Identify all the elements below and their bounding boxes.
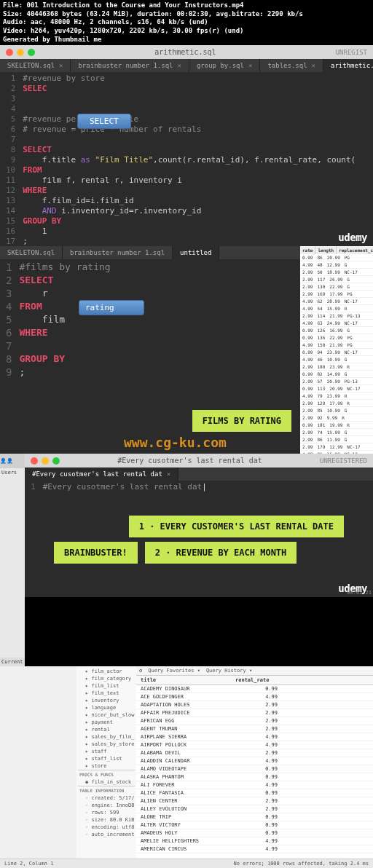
- table-row[interactable]: 4.997923.99R: [300, 392, 373, 400]
- table-row[interactable]: 4.996228.99NC-17: [300, 298, 373, 305]
- tree-item[interactable]: ▸ film_actor: [78, 668, 135, 675]
- table-row[interactable]: ALAMO VIDEOTAPE0.99: [136, 765, 373, 773]
- table-row[interactable]: 2.9916917.99PG: [300, 291, 373, 298]
- table-row[interactable]: 4.9915021.99PG: [300, 342, 373, 349]
- tab-skeleton[interactable]: SKELETON.sql×: [0, 59, 71, 72]
- table-row[interactable]: 0.9913622.99PG: [300, 334, 373, 342]
- table-row[interactable]: ACADEMY DINOSAUR0.99: [136, 685, 373, 693]
- info-item: ◦ size: 80.0 KiB: [78, 816, 135, 824]
- table-row[interactable]: AMADEUS HOLY0.99: [136, 829, 373, 837]
- table-row[interactable]: 2.998510.99G: [300, 407, 373, 414]
- table-row[interactable]: 2.99929.99R: [300, 414, 373, 422]
- table-row[interactable]: 0.9911320.99NC-17: [300, 385, 373, 392]
- code-body[interactable]: #films by rating SELECT r FROM film WHER…: [16, 259, 300, 380]
- close-icon[interactable]: ×: [312, 62, 315, 69]
- autocomplete-popup[interactable]: rating: [79, 300, 144, 315]
- table-row[interactable]: ACE GOLDFINGER4.99: [136, 693, 373, 701]
- table-row[interactable]: AIRPLANE SIERRA4.99: [136, 733, 373, 741]
- table-row[interactable]: AGENT TRUMAN2.99: [136, 725, 373, 733]
- table-row[interactable]: ALIEN CENTER2.99: [136, 797, 373, 805]
- table-row[interactable]: 2.9913022.99G: [300, 283, 373, 291]
- table-row[interactable]: 2.995018.99NC-17: [300, 269, 373, 276]
- table-row[interactable]: 2.9918023.99R: [300, 363, 373, 371]
- query-favorites-menu[interactable]: Query Favorites ▾: [148, 668, 200, 674]
- tree-item[interactable]: ▸ inventory: [78, 697, 135, 704]
- table-row[interactable]: 0.998214.99G: [300, 371, 373, 378]
- tab-tables[interactable]: tables.sql×: [260, 59, 323, 72]
- table-row[interactable]: AFFAIR PREJUDICE2.99: [136, 709, 373, 717]
- tree-item[interactable]: ◉ film_in_stock: [78, 778, 135, 786]
- tab-untitled[interactable]: untitled: [173, 246, 219, 259]
- window-titlebar: arithmetic.sql UNREGIST: [0, 45, 373, 59]
- table-row[interactable]: 2.997415.99G: [300, 429, 373, 436]
- table-row[interactable]: ALASKA PHANTOM0.99: [136, 773, 373, 781]
- table-row[interactable]: 0.9912616.99G: [300, 327, 373, 334]
- table-row[interactable]: ALONE TRIP0.99: [136, 813, 373, 821]
- procs-section: PROCS & FUNCS: [78, 770, 135, 778]
- table-row[interactable]: ALTER VICTORY0.99: [136, 821, 373, 829]
- result-table[interactable]: rate length replacement_cost rating 0.99…: [300, 246, 373, 454]
- tab-current[interactable]: #Every cusotmer's last rental dat×: [25, 467, 178, 481]
- table-row[interactable]: 2.9911421.99PG-13: [300, 312, 373, 320]
- tree-item[interactable]: ▸ staff: [78, 748, 135, 755]
- table-row[interactable]: 4.994610.99G: [300, 356, 373, 363]
- autocomplete-popup[interactable]: SELECT: [77, 114, 131, 129]
- close-icon[interactable]: [31, 457, 38, 465]
- table-row[interactable]: AMERICAN CIRCUS4.99: [136, 845, 373, 853]
- table-row[interactable]: ADAPTATION HOLES2.99: [136, 701, 373, 709]
- tree-item[interactable]: ▸ payment: [78, 719, 135, 726]
- tree-item[interactable]: ▸ film_list: [78, 682, 135, 690]
- tab-skeleton[interactable]: SKELETON.sql: [0, 246, 63, 259]
- table-row[interactable]: ALICE FANTASIA0.99: [136, 789, 373, 797]
- code-editor[interactable]: 123456789 #films by rating SELECT r FROM…: [0, 259, 300, 380]
- tab-groupby[interactable]: group by.sql×: [189, 59, 260, 72]
- tree-item[interactable]: ▸ store: [78, 762, 135, 770]
- tree-item[interactable]: ▸ nicer_but_slower_film_list: [78, 711, 135, 719]
- table-row[interactable]: ALI FOREVER4.99: [136, 781, 373, 789]
- close-icon[interactable]: ×: [248, 62, 252, 69]
- tree-item[interactable]: ▸ sales_by_film_category: [78, 733, 135, 741]
- zoom-icon[interactable]: [52, 457, 60, 465]
- table-row[interactable]: 4.994812.99G: [300, 261, 373, 269]
- tree-item[interactable]: ▸ film_category: [78, 675, 135, 682]
- watermark: www.cg-ku.com: [124, 435, 227, 450]
- close-icon[interactable]: ×: [178, 62, 181, 69]
- table-row[interactable]: AIRPORT POLLOCK4.99: [136, 741, 373, 749]
- table-row[interactable]: 2.9912917.99R: [300, 400, 373, 407]
- tab-brainbuster[interactable]: brainbuster number 1.sql: [63, 246, 173, 259]
- table-row[interactable]: ALLEY EVOLUTION2.99: [136, 805, 373, 813]
- gear-icon[interactable]: ⚙: [139, 668, 142, 674]
- table-row[interactable]: 4.995415.99R: [300, 305, 373, 312]
- tree-item[interactable]: ▸ staff_list: [78, 755, 135, 762]
- table-row[interactable]: AFRICAN EGG2.99: [136, 717, 373, 725]
- table-row[interactable]: ALABAMA DEVIL2.99: [136, 749, 373, 757]
- table-row[interactable]: AMELIE HELLFIGHTERS4.99: [136, 837, 373, 845]
- tree-item[interactable]: ▸ film_text: [78, 690, 135, 697]
- tab-arithmetic[interactable]: arithmetic.sql×: [323, 59, 373, 72]
- table-row[interactable]: 0.998620.99PG: [300, 254, 373, 261]
- table-row[interactable]: ALADDIN CALENDAR4.99: [136, 757, 373, 765]
- close-icon[interactable]: ×: [59, 62, 63, 69]
- timestamp: 00:02:21: [347, 590, 372, 596]
- table-row[interactable]: 2.9911726.99G: [300, 276, 373, 283]
- window-titlebar: #Every cusotmer's last rental dat UNREGI…: [25, 454, 373, 467]
- close-icon[interactable]: [6, 49, 13, 56]
- table-row[interactable]: 2.995720.99PG-13: [300, 378, 373, 385]
- zoom-icon[interactable]: [28, 49, 35, 56]
- table-row[interactable]: 2.998611.99G: [300, 436, 373, 443]
- table-tree[interactable]: ▸ film_actor▸ film_category▸ film_list▸ …: [76, 666, 136, 859]
- sidebar-sliver: 👤👤 Users Current: [0, 454, 25, 666]
- table-row[interactable]: 4.996324.99NC-17: [300, 320, 373, 327]
- tree-item[interactable]: ▸ language: [78, 704, 135, 711]
- table-row[interactable]: 0.999423.99NC-17: [300, 349, 373, 356]
- minimize-icon[interactable]: [42, 457, 49, 465]
- close-icon[interactable]: ×: [167, 470, 170, 478]
- minimize-icon[interactable]: [17, 49, 24, 56]
- query-result-table[interactable]: ⚙ Query Favorites ▾ Query History ▾ titl…: [136, 666, 373, 859]
- tab-brainbuster[interactable]: brainbuster number 1.sql×: [71, 59, 189, 72]
- tree-item[interactable]: ▸ rental: [78, 726, 135, 733]
- query-history-menu[interactable]: Query History ▾: [206, 668, 252, 674]
- table-row[interactable]: 0.9918119.99R: [300, 422, 373, 429]
- tree-item[interactable]: ▸ sales_by_store: [78, 741, 135, 748]
- table-row[interactable]: 2.9917912.99NC-17: [300, 443, 373, 451]
